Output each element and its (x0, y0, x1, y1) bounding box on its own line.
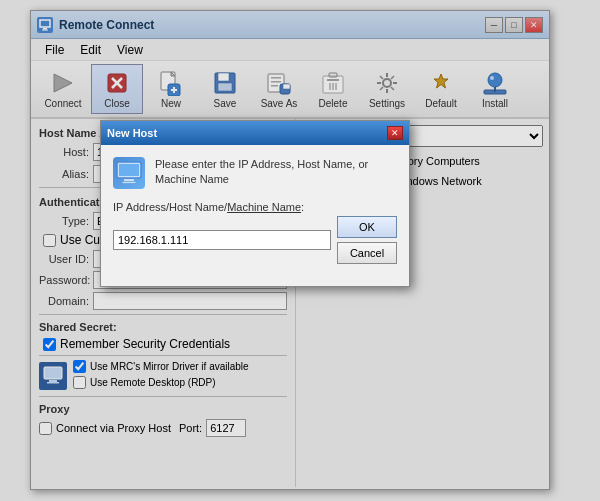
svg-rect-45 (124, 179, 134, 182)
machine-name-underline: Machine Name (227, 201, 301, 213)
dialog-close-button[interactable]: ✕ (387, 126, 403, 140)
ip-address-input[interactable] (113, 230, 331, 250)
dialog-header: Please enter the IP Address, Host Name, … (113, 157, 397, 189)
dialog-field-section: IP Address/Host Name/Machine Name: OK Ca… (113, 201, 397, 264)
dialog-input-row: OK Cancel (113, 216, 397, 264)
svg-rect-44 (119, 164, 139, 176)
dialog-field-label: IP Address/Host Name/Machine Name: (113, 201, 397, 213)
new-host-dialog: New Host ✕ Please enter the IP Address, … (100, 120, 410, 287)
dialog-overlay: New Host ✕ Please enter the IP Address, … (0, 0, 600, 501)
svg-rect-46 (122, 182, 136, 184)
dialog-body: Please enter the IP Address, Host Name, … (101, 145, 409, 286)
ok-button[interactable]: OK (337, 216, 397, 238)
cancel-button[interactable]: Cancel (337, 242, 397, 264)
dialog-title: New Host (107, 127, 387, 139)
dialog-computer-icon (113, 157, 145, 189)
dialog-buttons: OK Cancel (337, 216, 397, 264)
dialog-message: Please enter the IP Address, Host Name, … (155, 157, 397, 188)
dialog-title-bar: New Host ✕ (101, 121, 409, 145)
